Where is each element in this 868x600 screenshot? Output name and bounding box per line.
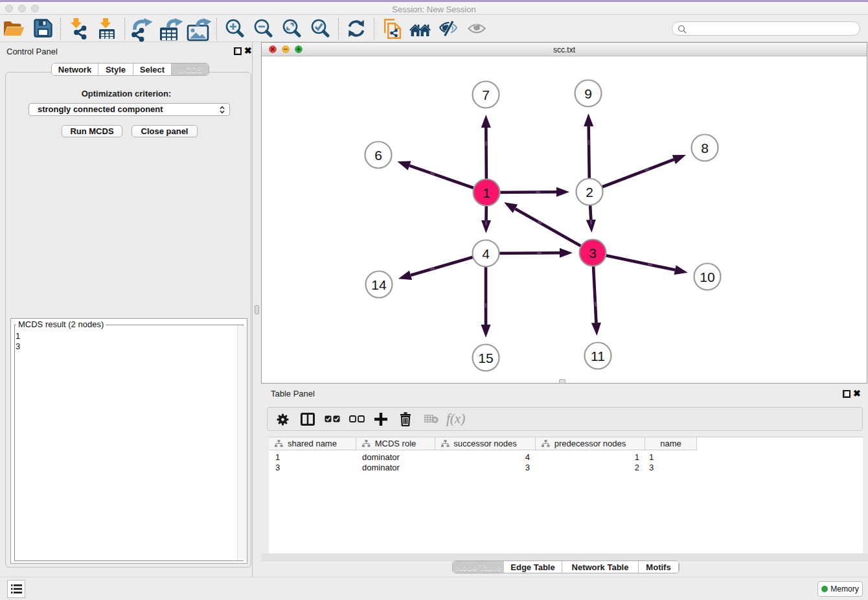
svg-text:15: 15 <box>478 351 493 365</box>
svg-text:1: 1 <box>483 185 490 200</box>
svg-text:6: 6 <box>374 148 382 163</box>
svg-text:7: 7 <box>482 87 490 102</box>
svg-text:4: 4 <box>482 246 490 261</box>
svg-text:14: 14 <box>371 277 387 292</box>
svg-text:8: 8 <box>701 141 709 156</box>
svg-text:10: 10 <box>700 270 714 284</box>
svg-text:11: 11 <box>591 349 605 363</box>
svg-text:3: 3 <box>589 246 597 260</box>
svg-text:2: 2 <box>586 185 593 200</box>
svg-text:9: 9 <box>584 86 592 101</box>
